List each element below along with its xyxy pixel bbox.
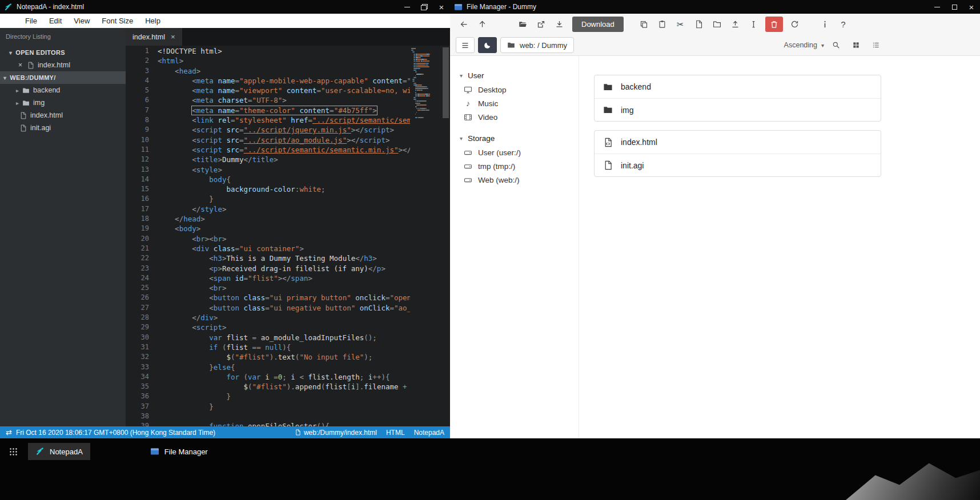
code-line[interactable]: 4 <meta name="apple-mobile-web-app-capab… [126, 76, 410, 86]
path-bar[interactable]: web: / Dummy [500, 37, 574, 53]
code-line[interactable]: 27 <button class="ui negative button" on… [126, 303, 410, 313]
fm-sidebar-item-music[interactable]: ♪Music [460, 96, 579, 110]
code-line[interactable]: 29 <script> [126, 322, 410, 332]
code-line[interactable]: 6 <meta charset="UTF-8"> [126, 95, 410, 105]
cut-button[interactable]: ✂ [672, 17, 689, 32]
open-button[interactable] [515, 17, 531, 32]
code-line[interactable]: 19 <body> [126, 224, 410, 233]
code-line[interactable]: 22 <h3>This is a Dummy Testing Module</h… [126, 253, 410, 263]
code-line[interactable]: 23 <p>Received drag-in filelist (if any)… [126, 264, 410, 273]
code-line[interactable]: 37 } [126, 402, 410, 412]
taskbar-item-notepada[interactable]: NotepadA [28, 443, 90, 460]
upload-button[interactable] [727, 17, 744, 32]
menu-item-edit[interactable]: Edit [49, 17, 62, 25]
scrollbar-thumb[interactable] [443, 47, 449, 118]
app-launcher-button[interactable] [3, 443, 23, 460]
menu-button[interactable] [456, 37, 475, 53]
code-line[interactable]: 30 var flist = ao_module_loadInputFiles(… [126, 333, 410, 342]
new-folder-button[interactable] [709, 17, 725, 32]
code-line[interactable]: 25 <br> [126, 283, 410, 293]
refresh-button[interactable] [786, 17, 803, 32]
sort-dropdown[interactable]: Ascending ▾ [784, 41, 824, 49]
tree-item-index-html[interactable]: index.html [0, 109, 126, 122]
code-line[interactable]: 12 <title>Dummy</title> [126, 155, 410, 164]
code-line[interactable]: 28 </div> [126, 313, 410, 322]
download-button[interactable]: Download [572, 17, 624, 32]
fm-file-row-backend[interactable]: backend [595, 75, 881, 98]
code-line[interactable]: 26 <button class="ui primary button" onc… [126, 293, 410, 303]
properties-button[interactable] [817, 17, 833, 32]
menu-item-file[interactable]: File [25, 17, 37, 25]
new-file-button[interactable] [690, 17, 707, 32]
code-line[interactable]: 17 </style> [126, 204, 410, 214]
fm-file-row-img[interactable]: img [595, 98, 881, 121]
tree-section-web-dummy[interactable]: ▾WEB:/DUMMY/ [0, 71, 126, 84]
tree-item-init-agi[interactable]: init.agi [0, 122, 126, 134]
code-line[interactable]: 15 background-color:white; [126, 184, 410, 194]
code-line[interactable]: 14 body{ [126, 175, 410, 184]
code-line[interactable]: 35 $("#flist").append(flist[i].filename … [126, 382, 410, 392]
code-line[interactable]: 34 for (var i =0; i < flist.length; i++)… [126, 372, 410, 382]
back-button[interactable] [456, 17, 472, 32]
close-button[interactable]: × [433, 0, 450, 14]
editor-scrollbar[interactable] [441, 46, 450, 426]
paste-button[interactable] [654, 17, 670, 32]
code-line[interactable]: 11 <script src="../script/semantic/seman… [126, 145, 410, 155]
close-button[interactable]: × [963, 0, 980, 14]
fm-sidebar-item-tmp-tmp[interactable]: tmp (tmp:/) [460, 159, 579, 173]
statusbar-file[interactable]: web:/Dummy/index.html [295, 429, 377, 437]
minimap[interactable] [411, 48, 441, 119]
code-editor[interactable]: 1<!DOCTYPE html>2<html>3 <head>4 <meta n… [126, 46, 450, 426]
maximize-button[interactable] [946, 0, 963, 14]
code-line[interactable]: 24 <span id="flist"></span> [126, 273, 410, 283]
copy-button[interactable] [636, 17, 652, 32]
code-line[interactable]: 18 </head> [126, 214, 410, 224]
code-line[interactable]: 20 <br><br> [126, 234, 410, 244]
fm-section-header-storage[interactable]: ▾Storage [460, 131, 579, 146]
restore-button[interactable] [416, 0, 433, 14]
code-line[interactable]: 9 <script src="../script/jquery.min.js">… [126, 125, 410, 135]
fm-sidebar-item-desktop[interactable]: Desktop [460, 83, 579, 96]
tree-item-index-html[interactable]: ×index.html [0, 59, 126, 71]
tree-item-backend[interactable]: ▸backend [0, 84, 126, 96]
fm-file-row-index-html[interactable]: index.html [595, 131, 881, 154]
fm-sidebar-item-web-web[interactable]: Web (web:/) [460, 173, 579, 187]
code-line[interactable]: 38 [126, 412, 410, 421]
up-button[interactable] [474, 17, 491, 32]
menu-item-help[interactable]: Help [145, 17, 160, 25]
tree-item-img[interactable]: ▸img [0, 96, 126, 109]
code-line[interactable]: 21 <div class="ui container"> [126, 244, 410, 253]
code-line[interactable]: 8 <link rel="stylesheet" href="../script… [126, 115, 410, 125]
save-button[interactable] [551, 17, 568, 32]
open-in-new-window-button[interactable] [533, 17, 549, 32]
code-line[interactable]: 10 <script src="../script/ao_module.js">… [126, 135, 410, 145]
fm-section-header-user[interactable]: ▾User [460, 68, 579, 83]
code-line[interactable]: 39 function openFileSelector(){ [126, 421, 410, 426]
fm-sidebar-item-user-user[interactable]: User (user:/) [460, 146, 579, 159]
minimize-button[interactable] [929, 0, 946, 14]
list-view-button[interactable] [868, 38, 884, 53]
search-button[interactable] [828, 38, 844, 53]
code-line[interactable]: 1<!DOCTYPE html> [126, 46, 410, 56]
code-line[interactable]: 3 <head> [126, 66, 410, 76]
minimize-button[interactable] [399, 0, 416, 14]
code-line[interactable]: 2<html> [126, 56, 410, 66]
delete-button[interactable] [765, 17, 783, 32]
code-line[interactable]: 32 $("#flist").text("No input file"); [126, 352, 410, 362]
grid-view-button[interactable] [848, 38, 864, 53]
code-line[interactable]: 5 <meta name="viewport" content="user-sc… [126, 86, 410, 95]
rename-button[interactable] [745, 17, 762, 32]
theme-toggle-button[interactable] [478, 37, 497, 53]
fm-sidebar-item-video[interactable]: Video [460, 110, 579, 124]
help-button[interactable]: ? [835, 17, 852, 32]
statusbar-language[interactable]: HTML [386, 429, 405, 437]
tab-index-html[interactable]: index.html × [126, 28, 182, 46]
code-line[interactable]: 16 } [126, 194, 410, 204]
code-line[interactable]: 31 if (flist == null){ [126, 342, 410, 352]
code-line[interactable]: 13 <style> [126, 165, 410, 175]
tab-close-icon[interactable]: × [171, 33, 175, 41]
code-line[interactable]: 7 <meta name="theme-color" content="#4b7… [126, 106, 410, 115]
fm-file-row-init-agi[interactable]: init.agi [595, 154, 881, 176]
code-line[interactable]: 36 } [126, 392, 410, 401]
menu-item-font-size[interactable]: Font Size [102, 17, 133, 25]
